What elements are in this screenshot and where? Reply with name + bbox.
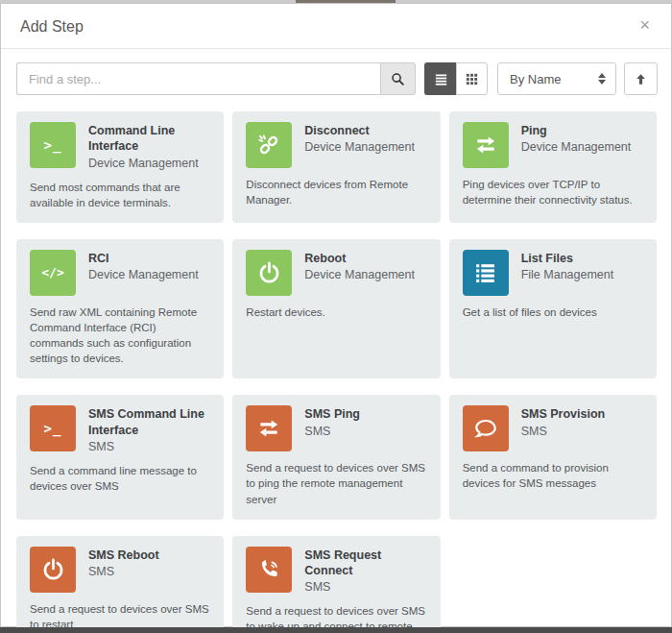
step-title: SMS Reboot bbox=[88, 548, 159, 563]
step-category: SMS bbox=[521, 424, 606, 439]
step-card[interactable]: </> RCI Device Management Send raw XML c… bbox=[16, 239, 224, 378]
step-category: SMS bbox=[304, 424, 360, 439]
power-icon bbox=[30, 547, 76, 593]
step-title: Ping bbox=[521, 123, 632, 138]
step-card[interactable]: Disconnect Device Management Disconnect … bbox=[232, 111, 440, 223]
card-head: Reboot Device Management bbox=[246, 250, 426, 296]
terminal-icon: >_ bbox=[30, 405, 76, 451]
step-card[interactable]: Ping Device Management Ping devices over… bbox=[449, 111, 657, 223]
step-category: Device Management bbox=[304, 267, 415, 282]
step-category: SMS bbox=[88, 439, 210, 454]
step-card[interactable]: SMS Ping SMS Send a request to devices o… bbox=[232, 395, 440, 519]
step-description: Restart devices. bbox=[246, 304, 426, 320]
card-head: >_ Command Line Interface Device Managem… bbox=[30, 122, 210, 171]
step-title: Reboot bbox=[304, 251, 415, 266]
step-title: Command Line Interface bbox=[88, 123, 210, 155]
list-icon bbox=[463, 250, 509, 296]
code-icon: </> bbox=[30, 250, 76, 296]
sort-select[interactable]: By Name bbox=[497, 62, 616, 95]
step-title: SMS Request Connect bbox=[304, 548, 426, 579]
step-description: Get a list of files on devices bbox=[463, 304, 643, 320]
steps-grid: >_ Command Line Interface Device Managem… bbox=[1, 95, 671, 633]
card-head: SMS Request Connect SMS bbox=[246, 547, 426, 596]
grid-view-icon bbox=[465, 72, 479, 86]
phone-signal-icon bbox=[246, 547, 292, 593]
speech-bubble-icon bbox=[463, 405, 509, 451]
background-page-bottom bbox=[0, 627, 672, 633]
sort-select-value: By Name bbox=[510, 72, 561, 86]
card-head: List Files File Management bbox=[463, 250, 643, 296]
step-category: Device Management bbox=[304, 139, 415, 155]
step-description: Send a command to provision devices for … bbox=[463, 460, 643, 491]
list-view-icon bbox=[434, 72, 448, 86]
power-icon bbox=[246, 250, 292, 296]
add-step-modal: Add Step × bbox=[0, 3, 672, 627]
step-category: SMS bbox=[88, 564, 159, 579]
step-card[interactable]: >_ Command Line Interface Device Managem… bbox=[16, 111, 224, 223]
step-title: SMS Provision bbox=[521, 406, 606, 422]
modal-body: By Name >_ Command Line Interface Device… bbox=[1, 49, 671, 633]
search-icon bbox=[390, 71, 406, 87]
step-category: Device Management bbox=[88, 156, 210, 171]
step-card[interactable]: Reboot Device Management Restart devices… bbox=[232, 239, 440, 378]
card-head: SMS Ping SMS bbox=[246, 405, 426, 451]
card-head: Ping Device Management bbox=[463, 122, 643, 168]
exchange-arrows-icon bbox=[463, 122, 509, 168]
card-head: >_ SMS Command Line Interface SMS bbox=[30, 405, 210, 454]
step-category: SMS bbox=[304, 579, 426, 595]
step-description: Disconnect devices from Remote Manager. bbox=[246, 177, 426, 207]
broken-link-icon bbox=[246, 122, 292, 168]
step-card[interactable]: >_ SMS Command Line Interface SMS Send a… bbox=[16, 395, 224, 519]
card-head: SMS Provision SMS bbox=[463, 405, 643, 451]
search-button[interactable] bbox=[380, 62, 416, 95]
step-category: File Management bbox=[521, 267, 614, 282]
step-category: Device Management bbox=[521, 139, 632, 155]
step-title: Disconnect bbox=[304, 123, 415, 138]
card-head: SMS Reboot SMS bbox=[30, 547, 210, 593]
exchange-arrows-icon bbox=[246, 405, 292, 451]
step-card[interactable]: SMS Reboot SMS Send a request to devices… bbox=[16, 536, 224, 633]
view-toggle-group bbox=[424, 62, 488, 95]
search-group bbox=[16, 62, 416, 95]
step-title: List Files bbox=[521, 251, 614, 266]
arrow-up-icon bbox=[634, 72, 648, 86]
step-description: Ping devices over TCP/IP to determine th… bbox=[463, 177, 643, 207]
step-description: Send a request to devices over SMS to pi… bbox=[246, 460, 426, 506]
step-description: Send raw XML containing Remote Command I… bbox=[30, 304, 210, 366]
step-card[interactable]: SMS Provision SMS Send a command to prov… bbox=[449, 395, 657, 519]
toolbar: By Name bbox=[1, 49, 671, 95]
search-input[interactable] bbox=[16, 62, 380, 95]
step-description: Send a command line message to devices o… bbox=[30, 463, 210, 494]
step-card[interactable]: List Files File Management Get a list of… bbox=[449, 239, 657, 378]
modal-title: Add Step bbox=[20, 18, 84, 36]
step-title: SMS Command Line Interface bbox=[88, 406, 210, 438]
modal-header: Add Step × bbox=[1, 4, 671, 49]
close-icon[interactable]: × bbox=[637, 18, 652, 32]
step-card[interactable]: SMS Request Connect SMS Send a request t… bbox=[232, 536, 440, 633]
card-head: </> RCI Device Management bbox=[30, 250, 210, 296]
grid-view-button[interactable] bbox=[456, 62, 488, 95]
step-title: RCI bbox=[88, 251, 199, 266]
list-view-button[interactable] bbox=[424, 62, 456, 95]
sort-direction-button[interactable] bbox=[624, 62, 658, 95]
select-caret-icon bbox=[598, 73, 606, 85]
step-description: Send most commands that are available in… bbox=[30, 180, 210, 210]
step-category: Device Management bbox=[88, 267, 199, 282]
card-head: Disconnect Device Management bbox=[246, 122, 426, 168]
step-title: SMS Ping bbox=[304, 406, 360, 422]
terminal-icon: >_ bbox=[30, 122, 76, 168]
